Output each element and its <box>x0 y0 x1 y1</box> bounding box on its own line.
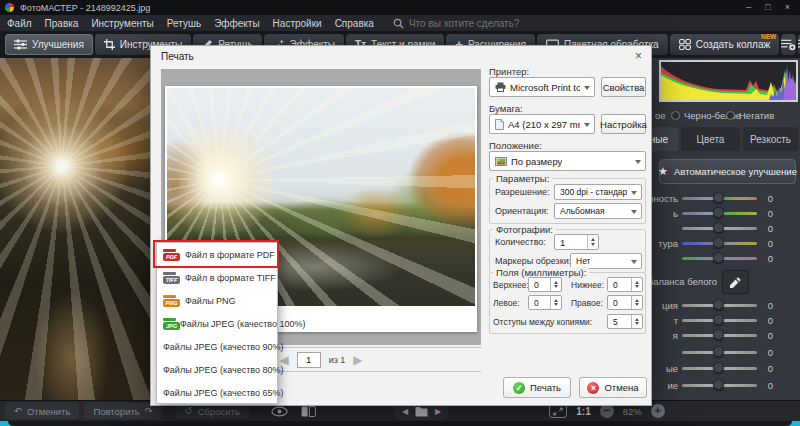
slider-thumb[interactable] <box>713 379 724 390</box>
minimize-button[interactable]: – <box>746 0 751 15</box>
white-balance-eyedropper-button[interactable] <box>722 270 749 294</box>
orientation-select[interactable]: Альбомная <box>554 203 642 219</box>
menubar: Файл Правка Инструменты Ретушь Эффекты Н… <box>0 15 800 31</box>
zoom-level: 82% <box>623 406 642 417</box>
crop-markers-label: Маркеры обрезки: <box>495 256 571 266</box>
close-button[interactable]: × <box>785 0 790 15</box>
margin-top-label: Верхнее: <box>493 280 529 290</box>
tiff-file-icon: TIFF <box>157 272 185 284</box>
folder-icon[interactable] <box>415 406 428 417</box>
paper-setup-button[interactable]: Настройка <box>601 114 646 134</box>
menu-retouch[interactable]: Ретушь <box>167 18 201 29</box>
printer-select[interactable]: Microsoft Print to PDF <box>489 77 595 97</box>
auto-enhance-button[interactable]: ★ Автоматическое улучшение <box>659 159 796 184</box>
format-item-tiff[interactable]: TIFF Файл в формате TIFF <box>157 266 277 289</box>
margin-left-spinner[interactable]: 0 <box>528 295 562 310</box>
tab-sharpness[interactable]: Резкость <box>743 127 798 151</box>
prev-photo-button[interactable]: ◀ <box>402 407 408 416</box>
printer-small-icon <box>495 82 506 92</box>
new-badge: NEW <box>761 33 776 40</box>
show-original-eye-icon[interactable] <box>271 406 288 417</box>
redo-icon: ↷ <box>145 406 153 416</box>
chevron-down-icon <box>584 86 590 90</box>
reset-icon: ↺ <box>185 406 193 416</box>
slider-thumb[interactable] <box>713 207 724 218</box>
annotation-highlight-rectangle <box>153 240 279 268</box>
format-item-jpeg-90[interactable]: Файлы JPEG (качество 90%) <box>157 335 277 358</box>
chevron-down-icon <box>584 123 590 127</box>
format-item-jpeg-100[interactable]: JPG Файлы JPEG (качество 100%) <box>157 312 277 335</box>
format-item-jpeg-65[interactable]: Файлы JPEG (качество 65%) <box>157 381 277 404</box>
margin-right-label: Правое: <box>571 298 603 308</box>
menu-help[interactable]: Справка <box>335 18 374 29</box>
dialog-title: Печать <box>161 51 194 62</box>
search-placeholder: Что вы хотите сделать? <box>409 18 520 29</box>
dialog-cancel-button[interactable]: × Отмена <box>579 377 647 398</box>
menu-effects[interactable]: Эффекты <box>214 18 259 29</box>
zoom-out-button[interactable]: − <box>600 404 614 418</box>
position-select[interactable]: По размеру <box>489 151 646 171</box>
paper-sheet-icon <box>495 119 504 130</box>
format-item-jpeg-80[interactable]: Файлы JPEG (качество 80%) <box>157 358 277 381</box>
menu-settings[interactable]: Настройки <box>273 18 322 29</box>
crop-icon <box>104 39 115 50</box>
next-page-button[interactable]: ▶ <box>353 354 362 366</box>
slider-thumb[interactable] <box>713 314 724 325</box>
tab-enhancements[interactable]: Улучшения <box>5 34 93 55</box>
count-spinner[interactable]: 1 <box>554 234 599 250</box>
printer-label: Принтер: <box>489 66 529 77</box>
slider-thumb[interactable] <box>713 346 724 357</box>
margin-bottom-spinner[interactable]: 0 <box>607 277 643 292</box>
radio-color-label-fragment[interactable]: ое <box>655 110 666 121</box>
radio-negative[interactable] <box>726 111 735 120</box>
slider-thumb[interactable] <box>713 237 724 248</box>
menu-edit[interactable]: Правка <box>45 18 79 29</box>
margin-top-spinner[interactable]: 0 <box>528 277 562 292</box>
slider-thumb[interactable] <box>713 329 724 340</box>
paper-size-select[interactable]: A4 (210 x 297 mm) <box>489 114 595 134</box>
zoom-1-1-button[interactable]: 1:1 <box>576 406 590 417</box>
before-after-compare-icon[interactable] <box>301 406 316 417</box>
dialog-close-icon[interactable]: × <box>635 49 642 63</box>
slider-thumb[interactable] <box>713 222 724 233</box>
sliders-icon <box>14 39 27 50</box>
window-bottom-edge-dark <box>8 421 792 426</box>
thumbnail-image-icon <box>495 157 507 166</box>
paper-label: Бумага: <box>489 103 523 114</box>
spinner-buttons[interactable] <box>587 235 598 249</box>
undo-button[interactable]: ↶ Отменить <box>5 403 79 419</box>
chevron-down-icon <box>631 191 637 195</box>
resolution-select[interactable]: 300 dpi - стандарт <box>554 184 642 200</box>
copy-spacing-label: Отступы между копиями: <box>493 317 592 327</box>
app-logo-icon <box>5 3 14 12</box>
zoom-in-button[interactable]: + <box>651 404 665 418</box>
printer-properties-button[interactable]: Свойства <box>601 77 646 97</box>
position-label: Положение: <box>489 140 542 151</box>
maximize-button[interactable]: □ <box>765 0 770 15</box>
margin-left-label: Левое: <box>493 298 520 308</box>
radio-negative-label[interactable]: Негатив <box>739 110 774 121</box>
copy-spacing-spinner[interactable]: 5 <box>607 314 643 329</box>
params-group-label: Параметры: <box>493 173 552 184</box>
page-number-input[interactable]: 1 <box>297 352 321 368</box>
margin-right-spinner[interactable]: 0 <box>607 295 643 310</box>
slider-thumb[interactable] <box>713 252 724 263</box>
menu-file[interactable]: Файл <box>7 18 32 29</box>
slider-thumb[interactable] <box>713 362 724 373</box>
radio-black-white[interactable] <box>671 111 680 120</box>
next-photo-button[interactable]: ▶ <box>435 407 441 416</box>
star-icon: ★ <box>658 166 668 177</box>
count-label: Количество: <box>495 237 546 247</box>
slider-thumb[interactable] <box>713 299 724 310</box>
tab-colors[interactable]: Цвета <box>681 127 740 151</box>
export-settings-button[interactable] <box>781 34 796 55</box>
undo-icon: ↶ <box>14 406 22 416</box>
fit-to-screen-button[interactable] <box>549 404 567 418</box>
slider-thumb[interactable] <box>713 192 724 203</box>
menu-tools[interactable]: Инструменты <box>91 18 153 29</box>
dialog-print-button[interactable]: ✓ Печать <box>503 377 571 398</box>
tab-create-collage[interactable]: Создать коллаж NEW <box>670 34 780 55</box>
png-file-icon: PNG <box>157 295 185 307</box>
search-input[interactable]: Что вы хотите сделать? <box>393 18 520 29</box>
format-item-png[interactable]: PNG Файлы PNG <box>157 289 277 312</box>
